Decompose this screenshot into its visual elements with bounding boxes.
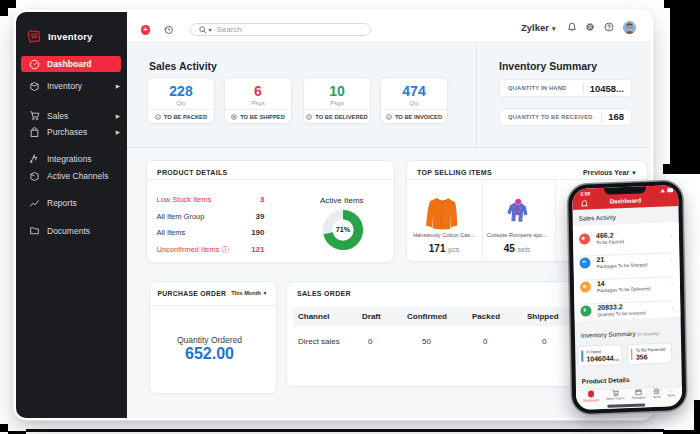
svg-text:71%: 71% xyxy=(336,226,351,234)
